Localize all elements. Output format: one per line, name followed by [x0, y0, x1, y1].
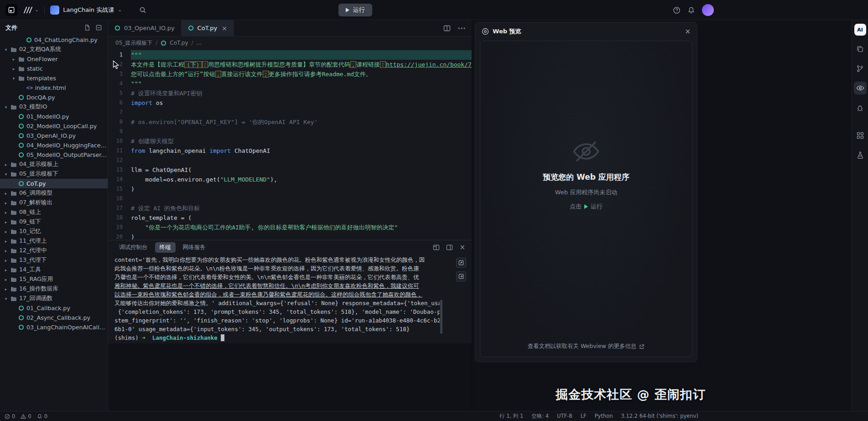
status-item[interactable]: 3.12.2 64-bit ('shims': pyenv) — [621, 413, 698, 420]
notifications-bell-icon[interactable] — [687, 6, 695, 14]
open-preview-icon[interactable] — [456, 271, 466, 281]
code-line: 7 — [108, 108, 472, 117]
run-button[interactable]: 运行 — [338, 4, 372, 16]
python-icon — [18, 181, 24, 187]
preview-run-hint[interactable]: 点击 运行 — [570, 203, 603, 211]
tree-item[interactable]: ▸16_操作数据库 — [0, 284, 108, 294]
folder-icon — [10, 219, 17, 225]
tree-item-label: index.html — [35, 84, 66, 91]
tree-item[interactable]: 01_ModelIO.py — [0, 112, 108, 121]
folder-icon — [10, 200, 17, 206]
status-item[interactable]: 空格: 4 — [531, 413, 549, 420]
debug-bug-icon[interactable] — [854, 101, 867, 114]
python-icon — [18, 305, 24, 311]
close-icon[interactable]: × — [222, 25, 227, 32]
brand-logo-icon[interactable]: ⌄ — [23, 6, 39, 14]
tree-item[interactable]: ▾03_模型IO — [0, 102, 108, 112]
tree-item[interactable]: ▸08_链上 — [0, 208, 108, 217]
tree-item[interactable]: <>index.html — [0, 83, 108, 93]
terminal-scrollbar[interactable] — [440, 300, 442, 334]
tree-item[interactable]: 02_ModelIO_LoopCall.py — [0, 121, 108, 131]
ai-assistant-icon[interactable]: AI — [854, 24, 866, 36]
files-copy-icon[interactable] — [854, 42, 867, 55]
app-logo-icon[interactable] — [5, 4, 17, 16]
bell-status[interactable]: 0 — [37, 413, 47, 420]
line-number: 9 — [108, 127, 131, 136]
tree-item[interactable]: ▸15_RAG应用 — [0, 275, 108, 284]
tree-item[interactable]: ▸12_代理中 — [0, 246, 108, 255]
project-switcher[interactable]: LangChain 实战课 ⌄ — [50, 5, 122, 15]
terminal[interactable]: content='首先，我明白你想要为你的女朋友购买一些她喜欢的颜色的花。粉色和… — [108, 254, 472, 343]
code-text: ) — [131, 184, 472, 194]
preview-docs-link[interactable]: 查看文档以获取有关 Webview 的更多信息 — [480, 343, 692, 350]
tree-item[interactable]: 04_ChatLongChain.py — [0, 35, 108, 45]
code-line: 15) — [108, 184, 472, 194]
status-item[interactable]: LF — [581, 413, 587, 420]
code-line: 4""" — [108, 79, 472, 88]
split-terminal-icon[interactable] — [433, 244, 440, 250]
folder-icon — [10, 191, 17, 196]
avatar[interactable] — [702, 4, 714, 16]
open-in-editor-icon[interactable] — [456, 258, 466, 268]
code-editor[interactable]: 1"""2本文件是【提示工程（下）：用思维链和思维树提升模型思考质量】章节的配套… — [108, 49, 472, 240]
panel-tab[interactable]: 网络服务 — [178, 242, 210, 253]
extensions-grid-icon[interactable] — [854, 129, 867, 142]
tree-item[interactable]: 05_ModelIO_OutputParser.py — [0, 150, 108, 160]
tree-item[interactable]: 01_Callback.py — [0, 303, 108, 313]
tree-item[interactable]: 03_LangChainOpenAICallback... — [0, 322, 108, 332]
tree-item[interactable]: ▾17_回调函数 — [0, 294, 108, 303]
tree-item-label: 09_链下 — [19, 218, 41, 226]
tree-item[interactable]: 03_OpenAI_IO.py — [0, 131, 108, 140]
tree-item[interactable]: ▸static — [0, 64, 108, 73]
tree-item[interactable]: ▸06_调用模型 — [0, 188, 108, 198]
warning-status[interactable]: 0 — [21, 413, 31, 420]
status-right: 行 1, 列 1空格: 4UTF-8LFPython3.12.2 64-bit … — [499, 413, 698, 420]
tree-item-label: 07_解析输出 — [19, 199, 52, 207]
tree-item[interactable]: 02_Async_Callback.py — [0, 313, 108, 322]
webview-preview-icon[interactable] — [854, 82, 867, 94]
terminal-line: content='首先，我明白你想要为你的女朋友购买一些她喜欢的颜色的花。粉色和… — [114, 255, 440, 264]
new-file-icon[interactable] — [84, 24, 91, 31]
tree-item[interactable]: ▸04_提示模板上 — [0, 160, 108, 169]
status-item[interactable]: Python — [595, 413, 613, 420]
tree-item[interactable]: CoT.py — [0, 179, 108, 188]
split-editor-icon[interactable] — [443, 25, 451, 31]
tree-item[interactable]: ▸13_代理下 — [0, 255, 108, 265]
line-number: 1 — [108, 50, 131, 60]
tree-item[interactable]: ▸09_链下 — [0, 217, 108, 227]
error-status[interactable]: 0 — [5, 413, 15, 420]
tree-item[interactable]: ▸10_记忆 — [0, 227, 108, 236]
tree-item[interactable]: ▾02_文档QA系统 — [0, 45, 108, 54]
code-text: # 创建聊天模型 — [131, 136, 472, 146]
tree-item[interactable]: 04_ModelIO_HuggingFace.py — [0, 140, 108, 150]
python-icon — [18, 142, 24, 148]
breadcrumb[interactable]: 05_提示模板下/CoT.py/... — [108, 36, 472, 49]
panel-tabs: 调试控制台终端网络服务 — [114, 242, 210, 253]
tree-item[interactable]: ▸07_解析输出 — [0, 198, 108, 208]
close-panel-icon[interactable]: × — [459, 243, 465, 251]
more-actions-icon[interactable] — [458, 27, 465, 29]
code-line: 14 model=os.environ.get("LLM_MODELEND"), — [108, 175, 472, 184]
panel-tab[interactable]: 调试控制台 — [114, 242, 152, 253]
editor-tab[interactable]: CoT.py× — [182, 20, 234, 36]
tree-item-label: 15_RAG应用 — [19, 275, 53, 283]
source-control-branch-icon[interactable] — [854, 62, 867, 75]
collapse-all-icon[interactable] — [95, 24, 102, 31]
help-icon[interactable] — [673, 6, 681, 14]
panel-tab[interactable]: 终端 — [155, 242, 176, 253]
explorer-title: 文件 — [5, 24, 17, 32]
tree-item[interactable]: DocQA.py — [0, 93, 108, 102]
maximize-panel-icon[interactable] — [446, 244, 453, 250]
test-flask-icon[interactable] — [854, 149, 867, 161]
status-item[interactable]: UTF-8 — [557, 413, 572, 420]
editor-tab[interactable]: 03_OpenAI_IO.py — [108, 20, 182, 36]
chevron-icon: ▸ — [4, 229, 8, 234]
tree-item[interactable]: ▸11_代理上 — [0, 236, 108, 246]
folder-icon — [10, 104, 17, 110]
tree-item[interactable]: ▾templates — [0, 73, 108, 83]
status-item[interactable]: 行 1, 列 1 — [499, 413, 523, 420]
search-icon[interactable] — [139, 6, 146, 14]
tree-item[interactable]: ▾05_提示模板下 — [0, 169, 108, 179]
tree-item[interactable]: ▸OneFlower — [0, 54, 108, 64]
tree-item[interactable]: ▸14_工具 — [0, 265, 108, 275]
